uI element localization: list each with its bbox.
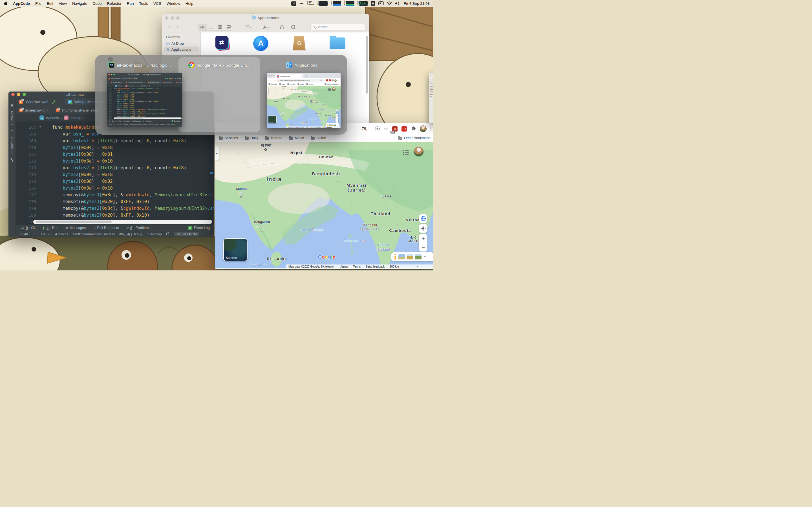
tool-button-structure[interactable]: 7: Structure bbox=[10, 136, 14, 154]
bartender-icon[interactable]: ••• bbox=[299, 2, 304, 5]
scrollbar[interactable] bbox=[366, 36, 368, 94]
group-button[interactable]: ▾ bbox=[243, 24, 253, 31]
tool-button-project[interactable]: 1: Project bbox=[10, 111, 14, 125]
lock-icon[interactable] bbox=[166, 233, 169, 235]
tool-button-problems[interactable]: ⊖6: Problems bbox=[126, 226, 151, 230]
mini-sidebar-airdrop[interactable]: AirDrop bbox=[429, 85, 433, 88]
tool-button-pull-requests[interactable]: Pull Requests bbox=[132, 120, 141, 122]
ublock-extension-icon[interactable]: u 98 bbox=[392, 126, 398, 131]
app-icon-alttab[interactable]: ⇄ bbox=[214, 36, 231, 51]
bookmark-alttab[interactable]: AltTab bbox=[311, 136, 326, 140]
satellite-layer-toggle[interactable]: Satellite bbox=[223, 238, 248, 262]
tool-button-run[interactable]: ▶4: Run bbox=[43, 226, 59, 230]
finder-search-field[interactable] bbox=[310, 24, 365, 31]
google-account-avatar[interactable] bbox=[414, 147, 423, 156]
address-bar-url-fragment[interactable]: 79,... bbox=[362, 126, 370, 131]
appcode-thumbnail[interactable]: alt-tab-macos – .../src/logic/Window.swi… bbox=[107, 73, 182, 127]
tool-button-pull-requests[interactable]: ⇅Pull Requests bbox=[93, 226, 119, 230]
istat-net[interactable]: NET bbox=[357, 1, 368, 6]
mini-tab-Info.plist[interactable]: Info.plist✕ bbox=[162, 80, 174, 84]
close-button[interactable] bbox=[11, 93, 15, 96]
close-tab-icon[interactable]: ✕ bbox=[46, 108, 49, 112]
horizontal-scrollbar[interactable] bbox=[33, 220, 212, 224]
bookmark-music[interactable]: Music bbox=[289, 136, 304, 140]
menu-tools[interactable]: Tools bbox=[139, 1, 148, 6]
switcher-item-chrome-selected[interactable]: Google Maps - Google Chr... Google Maps✕… bbox=[179, 55, 260, 135]
plus-circle-icon[interactable]: + bbox=[375, 126, 380, 131]
back-button[interactable]: ‹ bbox=[166, 24, 172, 30]
mini-sidebar-desktop[interactable]: Desktop bbox=[429, 90, 433, 93]
istat-sensor[interactable]: SEN 36° 840M bbox=[307, 1, 314, 6]
tool-button-git[interactable]: ⎇9: Git bbox=[21, 226, 36, 230]
switcher-item-finder[interactable]: Applications Applications ‹› ▦≡▥▭ ▦▾✱▾⇧⊘… bbox=[261, 55, 343, 135]
build-hammer-icon[interactable] bbox=[51, 100, 56, 104]
apple-menu-icon[interactable] bbox=[3, 1, 8, 6]
imagery-thumbnail[interactable] bbox=[407, 255, 413, 260]
bookmark-services[interactable]: Services bbox=[219, 136, 238, 140]
minimize-button[interactable] bbox=[17, 93, 20, 96]
tool-button-run[interactable]: 4: Run bbox=[116, 120, 121, 122]
app-icon-appstore[interactable]: A bbox=[252, 36, 269, 51]
tab-screen-swift[interactable]: S Screen.swift✕ bbox=[16, 107, 52, 114]
bookmark-star-icon[interactable]: ☆ bbox=[384, 126, 388, 132]
event-log-button[interactable]: 2 Event Log bbox=[188, 226, 210, 230]
chrome-menu-icon[interactable] bbox=[430, 126, 432, 131]
istat-ssd[interactable]: SSD bbox=[344, 1, 354, 6]
gallery-view-button[interactable] bbox=[224, 24, 233, 31]
forward-button[interactable]: › bbox=[174, 24, 181, 30]
menu-navigate[interactable]: Navigate bbox=[72, 1, 87, 6]
sidebar-item-airdrop[interactable]: AirDrop bbox=[164, 41, 199, 47]
fold-marker[interactable]: ▾ bbox=[40, 125, 41, 128]
action-gear-button[interactable]: ▾ bbox=[260, 24, 271, 31]
menu-run[interactable]: Run bbox=[127, 1, 134, 6]
app-icon-folder[interactable] bbox=[329, 36, 346, 51]
collapse-imagery-icon[interactable]: ⌃ bbox=[423, 255, 426, 259]
mini-tab-ThumbnailsPanel.swift[interactable]: ThumbnailsPanel.swift✕ bbox=[124, 80, 146, 84]
menu-vcs[interactable]: VCS bbox=[153, 1, 161, 6]
code-editor[interactable]: 167func makeKeyWindow(168 var psn_ = psn… bbox=[16, 122, 214, 224]
mini-tab-Window.swift[interactable]: Window.swift✕ bbox=[147, 80, 162, 84]
side-panel-toggle[interactable]: ▶ bbox=[215, 146, 219, 161]
tab-thumbnailspanel-swift[interactable]: S ThumbnailsPanel.swift bbox=[52, 107, 101, 114]
icon-view-button[interactable] bbox=[198, 24, 207, 31]
menu-view[interactable]: View bbox=[59, 1, 67, 6]
finder-thumbnail[interactable]: Applications ‹› ▦≡▥▭ ▦▾✱▾⇧⊘ Search Favor… bbox=[429, 73, 433, 123]
list-view-button[interactable] bbox=[207, 24, 215, 31]
input-source-icon[interactable]: A bbox=[371, 1, 375, 6]
menu-app-name[interactable]: AppCode bbox=[13, 1, 30, 6]
google-apps-grid-icon[interactable] bbox=[403, 150, 409, 155]
istat-cpu[interactable]: CPU bbox=[317, 1, 327, 6]
sidebar-item-applications[interactable]: A Applications bbox=[164, 47, 199, 52]
chrome-window[interactable]: 79,... + ☆ u 98 •••| ServicesDailyTo rea… bbox=[215, 123, 433, 269]
lastpass-extension-icon[interactable]: •••| bbox=[402, 126, 407, 131]
current-file-chip[interactable]: Window.swift bbox=[26, 100, 49, 104]
google-map[interactable]: नई दिल्लीNepalBhutanBangladeshIndiaMumba… bbox=[215, 142, 433, 269]
menu-edit[interactable]: Edit bbox=[47, 1, 53, 6]
camera-status-icon[interactable] bbox=[378, 1, 384, 5]
pegman-icon[interactable] bbox=[394, 254, 397, 260]
mini-sidebar-downloads[interactable]: Downloads bbox=[429, 93, 433, 95]
encoding[interactable]: UTF-8 bbox=[41, 232, 50, 236]
other-bookmarks[interactable]: Other Bookmarks bbox=[394, 136, 432, 140]
menu-help[interactable]: Help bbox=[186, 1, 193, 6]
alttab-menubar-icon[interactable]: ⇄ bbox=[291, 1, 296, 6]
menu-refactor[interactable]: Refactor bbox=[107, 1, 121, 6]
tool-button-problems[interactable]: 6: Problems bbox=[143, 120, 152, 122]
tool-button-messages[interactable]: Messages bbox=[124, 120, 130, 122]
menu-code[interactable]: Code bbox=[93, 1, 101, 6]
caret-position[interactable]: 60:40 bbox=[20, 232, 28, 236]
breadcrumb-class[interactable]: Window bbox=[46, 116, 59, 120]
mini-tab-Screen.swift[interactable]: Screen.swift✕ bbox=[109, 80, 124, 84]
link-terms[interactable]: Terms bbox=[353, 265, 361, 268]
breadcrumb-method[interactable]: focus() bbox=[70, 116, 82, 120]
extensions-puzzle-icon[interactable] bbox=[411, 126, 416, 131]
imagery-thumbnail[interactable] bbox=[415, 255, 421, 260]
chrome-profile-avatar[interactable] bbox=[420, 125, 426, 132]
switcher-item-appcode[interactable]: AC alt-tab-macos – .../src/logic... alt-… bbox=[100, 55, 179, 135]
memory-indicator[interactable]: 619 of 2487M bbox=[174, 232, 199, 236]
line-separator[interactable]: LF bbox=[33, 232, 36, 236]
column-view-button[interactable] bbox=[215, 24, 224, 31]
volume-icon[interactable] bbox=[395, 1, 400, 5]
menu-window[interactable]: Window bbox=[167, 1, 180, 6]
mini-sidebar-git[interactable]: git bbox=[429, 95, 433, 98]
